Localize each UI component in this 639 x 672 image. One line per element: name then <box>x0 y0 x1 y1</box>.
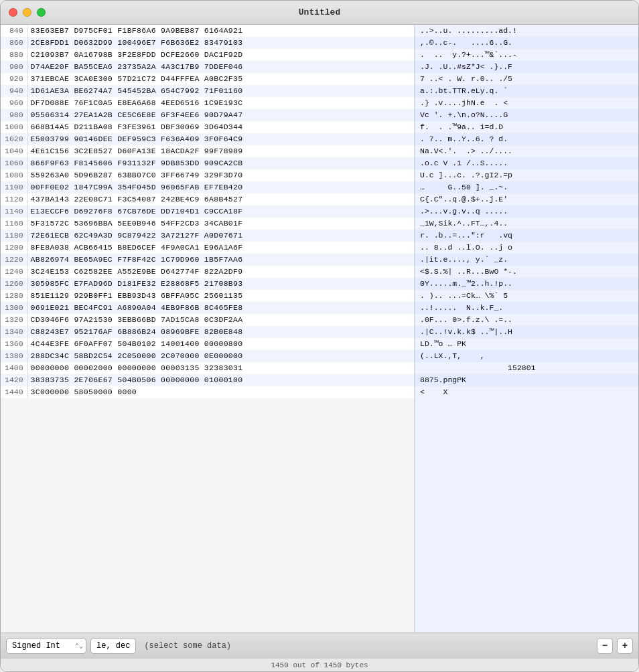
table-row[interactable]: 1080559263A0 5D96B287 63BB07C0 3FF66749 … <box>1 169 414 181</box>
hex-panel[interactable]: 84083E63EB7 D975CF01 F1BF86A6 9A9BEB87 6… <box>1 25 415 633</box>
hex-bytes-cell: C88243E7 952176AF 6B886B24 08969BFE 82B0… <box>27 326 414 338</box>
table-row[interactable]: 13000691E021 BEC4FC91 A6890A04 4EB9F86B … <box>1 302 414 314</box>
table-row[interactable]: 152801 <box>415 362 638 374</box>
ascii-cell: r. .b..=...":r .vq <box>415 230 638 242</box>
table-row[interactable]: U.c ]...c. .?.gI2.=p <box>415 169 638 181</box>
table-row[interactable]: 0Y.....m._™2..h.!p.. <box>415 278 638 290</box>
content-area: 84083E63EB7 D975CF01 F1BF86A6 9A9BEB87 6… <box>1 25 638 633</box>
table-row[interactable]: 1220AB826974 BE65A9EC F7F8F42C 1C79D960 … <box>1 254 414 266</box>
table-row[interactable]: 7 ..< . W. r.0.. ./5 <box>415 73 638 85</box>
address-cell: 1440 <box>1 386 27 398</box>
table-row[interactable]: .o.c V .1 /..S..... <box>415 157 638 169</box>
ascii-cell: Vc '. +.\n.o?N....G <box>415 109 638 121</box>
close-button[interactable] <box>9 8 17 17</box>
table-row[interactable]: 1060866F9F63 F8145606 F931132F 9DB853DD … <box>1 157 414 169</box>
increase-button[interactable]: + <box>617 638 633 654</box>
address-cell: 940 <box>1 85 27 97</box>
table-row[interactable]: … G..50 ]. _.~. <box>415 181 638 193</box>
table-row[interactable]: 1260305985FC E7FAD96D D181FE32 E28868F5 … <box>1 278 414 290</box>
endian-label: le, dec <box>96 641 130 651</box>
table-row[interactable]: f. . .™9a.. i=d.D <box>415 121 638 133</box>
table-row[interactable]: .J. .U..#sZ*J< .}..F <box>415 61 638 73</box>
ascii-cell: .J. .U..#sZ*J< .}..F <box>415 61 638 73</box>
table-row[interactable]: 1320CD3046F6 97A21530 3EBB66BD 7AD15CA8 … <box>1 314 414 326</box>
main-window: Untitled 84083E63EB7 D975CF01 F1BF86A6 9… <box>0 0 639 672</box>
table-row[interactable]: 13604C44E3FE 6F0AFF07 504B0102 14001400 … <box>1 338 414 350</box>
hex-bytes-cell: 8FE8A038 ACB66415 B8ED6CEF 4F9A0CA1 E96A… <box>27 242 414 254</box>
table-row[interactable]: 118072E61ECB 62C49A3D 9C879422 3A72127F … <box>1 230 414 242</box>
table-row[interactable]: 84083E63EB7 D975CF01 F1BF86A6 9A9BEB87 6… <box>1 25 414 37</box>
table-row[interactable]: ..>..u. .........ad.! <box>415 25 638 37</box>
table-row[interactable]: 960DF7D088E 76F1C0A5 E8EA6A68 4EED6516 1… <box>1 97 414 109</box>
address-cell: 960 <box>1 97 27 109</box>
bottom-bar: Signed Int Unsigned Int Float Double ⌃⌄ … <box>1 633 638 658</box>
ascii-cell: LD.™o … PK <box>415 338 638 350</box>
address-cell: 1140 <box>1 205 27 218</box>
table-row[interactable]: r. .b..=...":r .vq <box>415 230 638 242</box>
minimize-button[interactable] <box>23 8 31 17</box>
table-row[interactable]: .|it.e...., y.` _z. <box>415 254 638 266</box>
table-row[interactable]: 14403C000000 58050000 0000 <box>1 386 414 398</box>
table-row[interactable]: .>...v.g.v..q ..... <box>415 205 638 218</box>
table-row[interactable]: < X <box>415 386 638 398</box>
address-cell: 1100 <box>1 181 27 193</box>
table-row[interactable]: 920371EBCAE 3CA0E300 57D21C72 D44FFFEA A… <box>1 73 414 85</box>
table-row[interactable]: 1120437BA143 22E08C71 F3C54087 242BE4C9 … <box>1 193 414 205</box>
table-row[interactable]: . .. y.?+...™&`...- <box>415 49 638 61</box>
ascii-cell: ,.©..c-. ....6..G. <box>415 37 638 49</box>
table-row[interactable]: <$.S.%| ..R...BwO *-. <box>415 266 638 278</box>
table-row[interactable]: 8875.pngPK <box>415 374 638 386</box>
table-row[interactable]: (..LX.,T, , <box>415 350 638 362</box>
ascii-cell: f. . .™9a.. i=d.D <box>415 121 638 133</box>
ascii-cell: … G..50 ]. _.~. <box>415 181 638 193</box>
ascii-cell: .>...v.g.v..q ..... <box>415 205 638 218</box>
table-row[interactable]: .. 8..d ..l.O. ..j o <box>415 242 638 254</box>
hex-bytes-cell: 305985FC E7FAD96D D181FE32 E28868F5 2170… <box>27 278 414 290</box>
table-row[interactable]: .|C..!v.k.k$ ..™|..H <box>415 326 638 338</box>
table-row[interactable]: 8602CE8FDD1 D0632D99 100496E7 F6B636E2 8… <box>1 37 414 49</box>
decrease-button[interactable]: − <box>597 638 613 654</box>
table-row[interactable]: 880C21093B7 0A16798B 3F2E8FDD DCFE2660 D… <box>1 49 414 61</box>
hex-bytes-cell: 866F9F63 F8145606 F931132F 9DB853DD 909C… <box>27 157 414 169</box>
maximize-button[interactable] <box>37 8 46 17</box>
window-title: Untitled <box>299 7 340 17</box>
table-row[interactable]: 10404E61C156 3C2E8527 D60FA13E 18ACDA2F … <box>1 145 414 157</box>
hex-bytes-cell: AB826974 BE65A9EC F7F8F42C 1C79D960 1B5F… <box>27 254 414 266</box>
table-row[interactable]: 11605F31572C 53696BBA 5EE0B946 54FF2CD3 … <box>1 218 414 230</box>
table-row[interactable]: 1340C88243E7 952176AF 6B886B24 08969BFE … <box>1 326 414 338</box>
table-row[interactable]: 1140E13ECCF6 D69276F8 67CB76DE DD7104D1 … <box>1 205 414 218</box>
address-cell: 1400 <box>1 362 27 374</box>
table-row[interactable]: 12008FE8A038 ACB66415 B8ED6CEF 4F9A0CA1 … <box>1 242 414 254</box>
address-cell: 1300 <box>1 302 27 314</box>
table-row[interactable]: . 7.. m..Y..6. ? d. <box>415 133 638 145</box>
table-row[interactable]: ..!..... N..k.F_. <box>415 302 638 314</box>
table-row[interactable]: _1W,Sik.^..FT…,.4.. <box>415 218 638 230</box>
type-selector[interactable]: Signed Int Unsigned Int Float Double <box>6 638 86 654</box>
ascii-panel[interactable]: ..>..u. .........ad.!,.©..c-. ....6..G..… <box>415 25 638 633</box>
table-row[interactable]: Na.V<.'. .> ../.... <box>415 145 638 157</box>
ascii-cell: .|C..!v.k.k$ ..™|..H <box>415 326 638 338</box>
table-row[interactable]: . ).. ...=Ck… \%` 5 <box>415 290 638 302</box>
table-row[interactable]: 1380288DC34C 58BD2C54 2C050000 2C070000 … <box>1 350 414 362</box>
hex-bytes-cell: 5F31572C 53696BBA 5EE0B946 54FF2CD3 34CA… <box>27 218 414 230</box>
table-row[interactable]: LD.™o … PK <box>415 338 638 350</box>
table-row[interactable]: 1020E5003799 90146DEE DEF959C3 F636A409 … <box>1 133 414 145</box>
table-row[interactable]: 12403C24E153 C62582EE A552E9BE D642774F … <box>1 266 414 278</box>
table-row[interactable]: 1280851E1129 929B0FF1 EBB93D43 6BFFA05C … <box>1 290 414 302</box>
table-row[interactable]: 98005566314 27EA1A2B CE5C6E8E 6F3F4EE6 9… <box>1 109 414 121</box>
table-row[interactable]: 142038383735 2E706E67 504B0506 00000000 … <box>1 374 414 386</box>
table-row[interactable]: a.:.bt.TTR.eLy.q. ` <box>415 85 638 97</box>
table-row[interactable]: .0F... 0>.f.z.\ .=.. <box>415 314 638 326</box>
data-info: (select some data) <box>144 641 231 651</box>
table-row[interactable]: 900D74AE20F BA55CEA6 23735A2A 4A3C17B9 7… <box>1 61 414 73</box>
type-selector-wrapper[interactable]: Signed Int Unsigned Int Float Double ⌃⌄ <box>6 638 86 654</box>
table-row[interactable]: C{.C"..q.@.$+..j.E' <box>415 193 638 205</box>
table-row[interactable]: 9401D61AE3A BE6274A7 545452BA 654C7992 7… <box>1 85 414 97</box>
table-row[interactable]: Vc '. +.\n.o?N....G <box>415 109 638 121</box>
table-row[interactable]: .} .v....jhN.e . < <box>415 97 638 109</box>
table-row[interactable]: 140000000000 00002000 00000000 00003135 … <box>1 362 414 374</box>
table-row[interactable]: ,.©..c-. ....6..G. <box>415 37 638 49</box>
table-row[interactable]: 110000FF0E02 1847C99A 354F045D 96065FAB … <box>1 181 414 193</box>
table-row[interactable]: 1000668B14A5 D211BA08 F3FE3961 DBF30069 … <box>1 121 414 133</box>
hex-bytes-cell: 72E61ECB 62C49A3D 9C879422 3A72127F A0D0… <box>27 230 414 242</box>
